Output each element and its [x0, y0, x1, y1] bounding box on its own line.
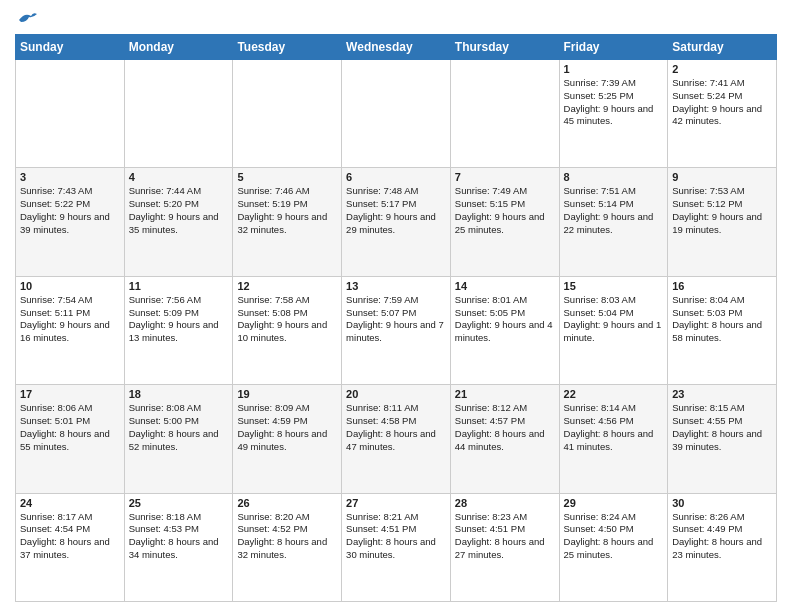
day-cell-16: 16Sunrise: 8:04 AM Sunset: 5:03 PM Dayli… — [668, 276, 777, 384]
day-info: Sunrise: 7:39 AM Sunset: 5:25 PM Dayligh… — [564, 77, 664, 128]
weekday-header-wednesday: Wednesday — [342, 35, 451, 60]
day-info: Sunrise: 8:24 AM Sunset: 4:50 PM Dayligh… — [564, 511, 664, 562]
day-info: Sunrise: 8:12 AM Sunset: 4:57 PM Dayligh… — [455, 402, 555, 453]
day-cell-21: 21Sunrise: 8:12 AM Sunset: 4:57 PM Dayli… — [450, 385, 559, 493]
day-cell-17: 17Sunrise: 8:06 AM Sunset: 5:01 PM Dayli… — [16, 385, 125, 493]
day-cell-28: 28Sunrise: 8:23 AM Sunset: 4:51 PM Dayli… — [450, 493, 559, 601]
day-number: 29 — [564, 497, 664, 509]
day-cell-14: 14Sunrise: 8:01 AM Sunset: 5:05 PM Dayli… — [450, 276, 559, 384]
day-info: Sunrise: 8:03 AM Sunset: 5:04 PM Dayligh… — [564, 294, 664, 345]
day-info: Sunrise: 8:26 AM Sunset: 4:49 PM Dayligh… — [672, 511, 772, 562]
day-info: Sunrise: 7:41 AM Sunset: 5:24 PM Dayligh… — [672, 77, 772, 128]
day-number: 4 — [129, 171, 229, 183]
day-info: Sunrise: 8:15 AM Sunset: 4:55 PM Dayligh… — [672, 402, 772, 453]
day-info: Sunrise: 8:09 AM Sunset: 4:59 PM Dayligh… — [237, 402, 337, 453]
day-number: 6 — [346, 171, 446, 183]
day-cell-1: 1Sunrise: 7:39 AM Sunset: 5:25 PM Daylig… — [559, 60, 668, 168]
day-number: 25 — [129, 497, 229, 509]
day-cell-8: 8Sunrise: 7:51 AM Sunset: 5:14 PM Daylig… — [559, 168, 668, 276]
day-cell-2: 2Sunrise: 7:41 AM Sunset: 5:24 PM Daylig… — [668, 60, 777, 168]
day-cell-15: 15Sunrise: 8:03 AM Sunset: 5:04 PM Dayli… — [559, 276, 668, 384]
day-info: Sunrise: 8:18 AM Sunset: 4:53 PM Dayligh… — [129, 511, 229, 562]
day-info: Sunrise: 8:11 AM Sunset: 4:58 PM Dayligh… — [346, 402, 446, 453]
day-number: 24 — [20, 497, 120, 509]
day-info: Sunrise: 8:08 AM Sunset: 5:00 PM Dayligh… — [129, 402, 229, 453]
day-cell-12: 12Sunrise: 7:58 AM Sunset: 5:08 PM Dayli… — [233, 276, 342, 384]
weekday-header-monday: Monday — [124, 35, 233, 60]
day-number: 30 — [672, 497, 772, 509]
day-info: Sunrise: 7:51 AM Sunset: 5:14 PM Dayligh… — [564, 185, 664, 236]
day-cell-25: 25Sunrise: 8:18 AM Sunset: 4:53 PM Dayli… — [124, 493, 233, 601]
empty-cell — [342, 60, 451, 168]
day-info: Sunrise: 7:56 AM Sunset: 5:09 PM Dayligh… — [129, 294, 229, 345]
day-info: Sunrise: 8:17 AM Sunset: 4:54 PM Dayligh… — [20, 511, 120, 562]
day-info: Sunrise: 7:48 AM Sunset: 5:17 PM Dayligh… — [346, 185, 446, 236]
empty-cell — [233, 60, 342, 168]
empty-cell — [16, 60, 125, 168]
day-number: 2 — [672, 63, 772, 75]
day-cell-3: 3Sunrise: 7:43 AM Sunset: 5:22 PM Daylig… — [16, 168, 125, 276]
day-cell-19: 19Sunrise: 8:09 AM Sunset: 4:59 PM Dayli… — [233, 385, 342, 493]
day-number: 15 — [564, 280, 664, 292]
day-info: Sunrise: 8:06 AM Sunset: 5:01 PM Dayligh… — [20, 402, 120, 453]
day-info: Sunrise: 7:58 AM Sunset: 5:08 PM Dayligh… — [237, 294, 337, 345]
day-number: 22 — [564, 388, 664, 400]
day-cell-29: 29Sunrise: 8:24 AM Sunset: 4:50 PM Dayli… — [559, 493, 668, 601]
empty-cell — [124, 60, 233, 168]
day-cell-30: 30Sunrise: 8:26 AM Sunset: 4:49 PM Dayli… — [668, 493, 777, 601]
day-number: 12 — [237, 280, 337, 292]
day-info: Sunrise: 7:54 AM Sunset: 5:11 PM Dayligh… — [20, 294, 120, 345]
logo — [15, 10, 39, 26]
week-row-0: 1Sunrise: 7:39 AM Sunset: 5:25 PM Daylig… — [16, 60, 777, 168]
day-info: Sunrise: 7:59 AM Sunset: 5:07 PM Dayligh… — [346, 294, 446, 345]
week-row-1: 3Sunrise: 7:43 AM Sunset: 5:22 PM Daylig… — [16, 168, 777, 276]
day-number: 16 — [672, 280, 772, 292]
day-number: 11 — [129, 280, 229, 292]
day-number: 17 — [20, 388, 120, 400]
day-cell-27: 27Sunrise: 8:21 AM Sunset: 4:51 PM Dayli… — [342, 493, 451, 601]
day-cell-18: 18Sunrise: 8:08 AM Sunset: 5:00 PM Dayli… — [124, 385, 233, 493]
day-info: Sunrise: 7:49 AM Sunset: 5:15 PM Dayligh… — [455, 185, 555, 236]
day-info: Sunrise: 7:46 AM Sunset: 5:19 PM Dayligh… — [237, 185, 337, 236]
day-cell-23: 23Sunrise: 8:15 AM Sunset: 4:55 PM Dayli… — [668, 385, 777, 493]
day-info: Sunrise: 7:43 AM Sunset: 5:22 PM Dayligh… — [20, 185, 120, 236]
day-number: 27 — [346, 497, 446, 509]
day-info: Sunrise: 8:20 AM Sunset: 4:52 PM Dayligh… — [237, 511, 337, 562]
day-info: Sunrise: 7:44 AM Sunset: 5:20 PM Dayligh… — [129, 185, 229, 236]
day-number: 21 — [455, 388, 555, 400]
day-number: 14 — [455, 280, 555, 292]
day-cell-11: 11Sunrise: 7:56 AM Sunset: 5:09 PM Dayli… — [124, 276, 233, 384]
day-cell-20: 20Sunrise: 8:11 AM Sunset: 4:58 PM Dayli… — [342, 385, 451, 493]
day-number: 5 — [237, 171, 337, 183]
day-info: Sunrise: 8:04 AM Sunset: 5:03 PM Dayligh… — [672, 294, 772, 345]
day-number: 8 — [564, 171, 664, 183]
week-row-3: 17Sunrise: 8:06 AM Sunset: 5:01 PM Dayli… — [16, 385, 777, 493]
weekday-header-saturday: Saturday — [668, 35, 777, 60]
empty-cell — [450, 60, 559, 168]
day-number: 13 — [346, 280, 446, 292]
day-cell-22: 22Sunrise: 8:14 AM Sunset: 4:56 PM Dayli… — [559, 385, 668, 493]
day-number: 20 — [346, 388, 446, 400]
day-info: Sunrise: 7:53 AM Sunset: 5:12 PM Dayligh… — [672, 185, 772, 236]
day-number: 7 — [455, 171, 555, 183]
calendar-table: SundayMondayTuesdayWednesdayThursdayFrid… — [15, 34, 777, 602]
day-cell-7: 7Sunrise: 7:49 AM Sunset: 5:15 PM Daylig… — [450, 168, 559, 276]
day-cell-5: 5Sunrise: 7:46 AM Sunset: 5:19 PM Daylig… — [233, 168, 342, 276]
day-cell-10: 10Sunrise: 7:54 AM Sunset: 5:11 PM Dayli… — [16, 276, 125, 384]
day-info: Sunrise: 8:23 AM Sunset: 4:51 PM Dayligh… — [455, 511, 555, 562]
day-number: 28 — [455, 497, 555, 509]
day-info: Sunrise: 8:14 AM Sunset: 4:56 PM Dayligh… — [564, 402, 664, 453]
day-cell-9: 9Sunrise: 7:53 AM Sunset: 5:12 PM Daylig… — [668, 168, 777, 276]
weekday-header-friday: Friday — [559, 35, 668, 60]
weekday-header-thursday: Thursday — [450, 35, 559, 60]
weekday-header-row: SundayMondayTuesdayWednesdayThursdayFrid… — [16, 35, 777, 60]
day-cell-26: 26Sunrise: 8:20 AM Sunset: 4:52 PM Dayli… — [233, 493, 342, 601]
day-info: Sunrise: 8:01 AM Sunset: 5:05 PM Dayligh… — [455, 294, 555, 345]
day-info: Sunrise: 8:21 AM Sunset: 4:51 PM Dayligh… — [346, 511, 446, 562]
day-number: 1 — [564, 63, 664, 75]
day-number: 23 — [672, 388, 772, 400]
page: SundayMondayTuesdayWednesdayThursdayFrid… — [0, 0, 792, 612]
day-cell-24: 24Sunrise: 8:17 AM Sunset: 4:54 PM Dayli… — [16, 493, 125, 601]
weekday-header-tuesday: Tuesday — [233, 35, 342, 60]
day-number: 26 — [237, 497, 337, 509]
